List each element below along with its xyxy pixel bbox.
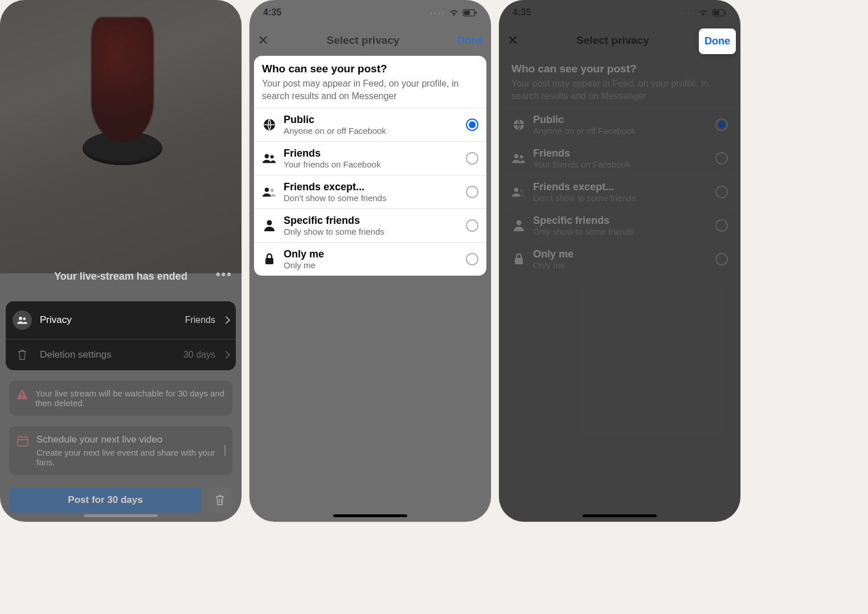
option-specific-friends[interactable]: Specific friendsOnly show to some friend… xyxy=(254,208,486,242)
screen-select-privacy-done: 4:35 ●●●● ✕ Select privacy Who can see y… xyxy=(499,0,740,522)
radio-unselected[interactable] xyxy=(715,152,728,165)
privacy-subtitle: Your post may appear in Feed, on your pr… xyxy=(262,77,478,102)
close-icon[interactable]: ✕ xyxy=(257,32,269,48)
wifi-icon xyxy=(698,9,709,17)
option-public[interactable]: PublicAnyone on or off Facebook xyxy=(254,108,486,141)
home-indicator xyxy=(333,514,407,517)
cellular-icon: ●●●● xyxy=(429,10,445,16)
radio-unselected[interactable] xyxy=(466,219,478,232)
chevron-right-icon xyxy=(222,351,230,359)
svg-rect-4 xyxy=(18,437,28,446)
radio-unselected[interactable] xyxy=(466,253,478,265)
svg-rect-16 xyxy=(714,10,719,14)
svg-rect-3 xyxy=(22,397,23,398)
chevron-right-icon xyxy=(222,316,230,324)
privacy-label: Privacy xyxy=(40,314,72,326)
svg-point-19 xyxy=(514,154,518,158)
delete-button[interactable] xyxy=(207,488,232,513)
deletion-row[interactable]: Deletion settings 30 days xyxy=(6,339,236,370)
svg-point-11 xyxy=(265,188,269,192)
radio-unselected[interactable] xyxy=(466,186,478,198)
lock-icon xyxy=(511,253,526,265)
friends-icon xyxy=(13,310,32,330)
schedule-card[interactable]: Schedule your next live video Create you… xyxy=(9,426,232,475)
modal-header: ✕ Select privacy Done xyxy=(249,25,491,56)
wifi-icon xyxy=(449,9,459,17)
person-icon xyxy=(511,220,526,231)
cellular-icon: ●●●● xyxy=(679,10,695,16)
close-icon[interactable]: ✕ xyxy=(507,32,518,48)
svg-point-9 xyxy=(265,154,269,158)
radio-unselected[interactable] xyxy=(715,219,728,232)
globe-icon xyxy=(511,118,526,131)
notice-text: Your live stream will be watchable for 3… xyxy=(35,388,226,408)
done-button[interactable]: Done xyxy=(457,35,483,47)
lock-icon xyxy=(262,253,277,265)
option-only-me[interactable]: Only meOnly me xyxy=(503,242,736,276)
warning-icon xyxy=(16,388,28,408)
modal-title: Select privacy xyxy=(327,34,400,47)
radio-unselected[interactable] xyxy=(715,186,728,198)
status-bar: 4:35 ●●●● xyxy=(499,0,740,25)
option-friends[interactable]: FriendsYour friends on Facebook xyxy=(254,141,486,175)
friends-except-icon xyxy=(262,187,277,197)
svg-rect-24 xyxy=(515,258,523,264)
svg-point-23 xyxy=(517,220,522,226)
svg-rect-17 xyxy=(724,11,726,14)
privacy-row[interactable]: Privacy Friends xyxy=(6,301,236,339)
status-bar: 4:35 ●●●● xyxy=(249,0,491,25)
option-friends[interactable]: FriendsYour friends on Facebook xyxy=(503,141,736,175)
friends-icon xyxy=(511,153,526,163)
panel-title: Your live-stream has ended xyxy=(54,271,187,283)
modal-title: Select privacy xyxy=(576,34,649,47)
schedule-desc: Create your next live event and share wi… xyxy=(36,448,218,467)
screen-livestream-ended: Your live-stream has ended ••• Privacy F… xyxy=(0,0,241,522)
deletion-notice: Your live stream will be watchable for 3… xyxy=(9,380,232,416)
privacy-card: Who can see your post? Your post may app… xyxy=(254,56,486,276)
friends-icon xyxy=(262,153,277,163)
chevron-right-icon xyxy=(224,445,226,456)
radio-selected[interactable] xyxy=(715,118,728,131)
status-time: 4:35 xyxy=(263,7,281,18)
more-icon[interactable]: ••• xyxy=(216,267,232,282)
settings-card: Privacy Friends Deletion settings 30 day… xyxy=(6,301,236,370)
svg-point-12 xyxy=(271,189,274,192)
radio-unselected[interactable] xyxy=(715,253,728,265)
svg-point-22 xyxy=(520,189,523,192)
screen-select-privacy: 4:35 ●●●● ✕ Select privacy Done Who can … xyxy=(249,0,491,522)
option-public[interactable]: PublicAnyone on or off Facebook xyxy=(503,108,736,141)
svg-point-13 xyxy=(267,220,272,226)
privacy-question: Who can see your post? xyxy=(262,63,478,75)
radio-unselected[interactable] xyxy=(466,152,478,165)
svg-rect-6 xyxy=(464,10,470,14)
globe-icon xyxy=(262,118,277,131)
post-button[interactable]: Post for 30 days xyxy=(9,488,202,513)
privacy-value: Friends xyxy=(185,315,215,325)
calendar-icon xyxy=(16,434,30,467)
svg-point-0 xyxy=(19,317,22,320)
trash-icon xyxy=(13,349,32,361)
privacy-subtitle: Your post may appear in Feed, on your pr… xyxy=(511,77,728,102)
option-friends-except[interactable]: Friends except...Don't show to some frie… xyxy=(503,175,736,208)
option-specific-friends[interactable]: Specific friendsOnly show to some friend… xyxy=(503,208,736,242)
battery-icon xyxy=(462,9,477,17)
battery-icon xyxy=(712,9,727,17)
friends-except-icon xyxy=(511,187,526,197)
home-indicator xyxy=(583,514,657,517)
person-icon xyxy=(262,220,277,231)
deletion-value: 30 days xyxy=(183,350,215,360)
svg-point-1 xyxy=(23,317,26,320)
svg-rect-14 xyxy=(265,258,273,264)
svg-point-21 xyxy=(514,188,518,192)
privacy-card: Who can see your post? Your post may app… xyxy=(503,56,736,276)
option-friends-except[interactable]: Friends except...Don't show to some frie… xyxy=(254,175,486,208)
done-button-highlighted[interactable]: Done xyxy=(699,28,736,54)
svg-point-20 xyxy=(520,155,523,158)
option-only-me[interactable]: Only meOnly me xyxy=(254,242,486,276)
schedule-title: Schedule your next live video xyxy=(36,434,218,445)
deletion-label: Deletion settings xyxy=(40,349,112,361)
svg-point-10 xyxy=(271,155,274,158)
status-time: 4:35 xyxy=(513,7,531,18)
svg-rect-7 xyxy=(475,11,476,14)
radio-selected[interactable] xyxy=(466,118,478,131)
